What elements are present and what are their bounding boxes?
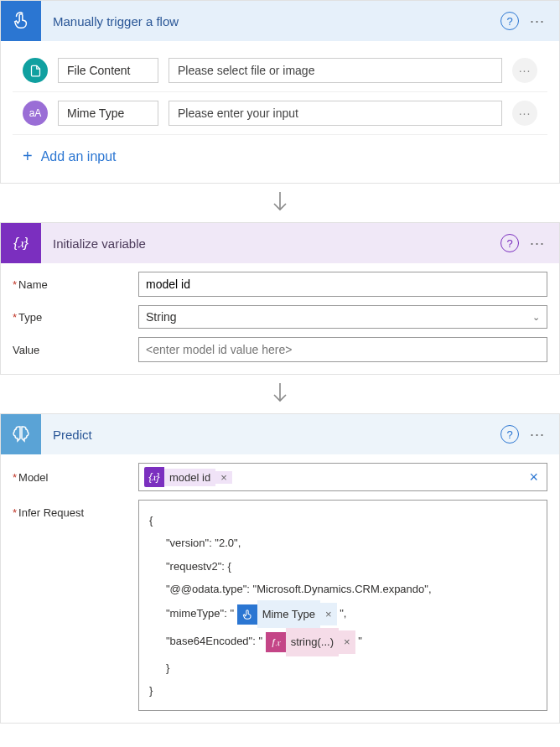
value-row: Value — [13, 337, 547, 362]
help-icon[interactable]: ? — [500, 234, 519, 252]
fx-icon: ƒ𝑥 — [266, 632, 286, 652]
name-label: Name — [13, 278, 138, 291]
model-id-token[interactable]: {𝑥} model id × — [144, 467, 232, 487]
value-label: Value — [13, 344, 138, 356]
more-icon[interactable]: ··· — [526, 13, 549, 30]
flow-arrow — [0, 184, 560, 222]
file-icon — [23, 58, 48, 83]
input-row-file-content: File Content Please select file or image… — [13, 49, 547, 92]
trigger-body: File Content Please select file or image… — [1, 41, 559, 183]
json-odata: "@@odata.type": "Microsoft.Dynamics.CRM.… — [149, 578, 537, 600]
variable-title: Initialize variable — [41, 236, 500, 251]
predict-title: Predict — [41, 428, 500, 442]
name-row: Name — [13, 272, 547, 297]
help-icon[interactable]: ? — [500, 12, 519, 30]
input-value[interactable]: Please select file or image — [169, 58, 502, 83]
mime-type-token[interactable]: Mime Type × — [237, 600, 337, 628]
flow-arrow — [0, 375, 560, 413]
value-input[interactable] — [138, 337, 547, 362]
brain-icon — [1, 414, 41, 454]
plus-icon: + — [23, 147, 33, 166]
help-icon[interactable]: ? — [500, 425, 519, 444]
input-value[interactable]: Please enter your input — [169, 101, 502, 126]
json-mime-key: "mimeType": " — [166, 607, 234, 620]
json-base64-key: "base64Encoded": " — [166, 635, 262, 648]
model-row: Model {𝑥} model id × × — [13, 463, 547, 491]
string-expression-token[interactable]: ƒ𝑥 string(...) × — [266, 628, 355, 656]
touch-icon — [237, 604, 257, 625]
model-label: Model — [13, 471, 138, 484]
add-input-label: Add an input — [41, 149, 117, 164]
type-select[interactable]: String ⌄ — [138, 305, 547, 329]
type-label: Type — [13, 311, 138, 324]
name-input[interactable] — [138, 272, 547, 297]
model-input[interactable]: {𝑥} model id × × — [138, 463, 547, 491]
token-text: string(...) — [286, 628, 339, 656]
token-remove-icon[interactable]: × — [339, 630, 355, 653]
variable-header: {𝑥} Initialize variable ? ··· — [1, 223, 559, 263]
input-label[interactable]: Mime Type — [58, 101, 158, 126]
json-request: "requestv2": { — [149, 555, 537, 578]
chevron-down-icon: ⌄ — [532, 312, 540, 323]
token-text: Mime Type — [257, 600, 320, 628]
input-row-mime-type: aA Mime Type Please enter your input ··· — [13, 92, 547, 135]
predict-header: Predict ? ··· — [1, 414, 559, 454]
predict-card: Predict ? ··· Model {𝑥} model id × × Inf… — [0, 413, 560, 724]
text-icon: aA — [23, 101, 48, 126]
touch-icon — [1, 1, 41, 41]
trigger-header: Manually trigger a flow ? ··· — [1, 1, 559, 41]
more-icon[interactable]: ··· — [526, 235, 549, 252]
type-row: Type String ⌄ — [13, 305, 547, 329]
token-remove-icon[interactable]: × — [215, 471, 232, 484]
variable-icon: {𝑥} — [1, 223, 41, 263]
clear-icon[interactable]: × — [526, 469, 542, 486]
infer-label: Infer Request — [13, 500, 138, 519]
token-text: model id — [164, 469, 215, 486]
json-version: "version": "2.0", — [149, 532, 537, 554]
token-remove-icon[interactable]: × — [320, 603, 337, 625]
predict-body: Model {𝑥} model id × × Infer Request { "… — [1, 454, 559, 723]
variable-body: Name Type String ⌄ Value — [1, 263, 559, 374]
trigger-title: Manually trigger a flow — [41, 14, 500, 29]
infer-json-input[interactable]: { "version": "2.0", "requestv2": { "@@od… — [138, 500, 547, 711]
variable-icon: {𝑥} — [144, 467, 164, 487]
add-input-button[interactable]: + Add an input — [13, 135, 547, 171]
more-icon[interactable]: ··· — [526, 426, 549, 444]
input-label[interactable]: File Content — [58, 58, 158, 83]
type-value: String — [146, 310, 177, 324]
row-more-icon[interactable]: ··· — [512, 58, 537, 83]
row-more-icon[interactable]: ··· — [512, 101, 537, 126]
trigger-card: Manually trigger a flow ? ··· File Conte… — [0, 0, 560, 184]
infer-row: Infer Request { "version": "2.0", "reque… — [13, 500, 547, 711]
variable-card: {𝑥} Initialize variable ? ··· Name Type … — [0, 222, 560, 375]
